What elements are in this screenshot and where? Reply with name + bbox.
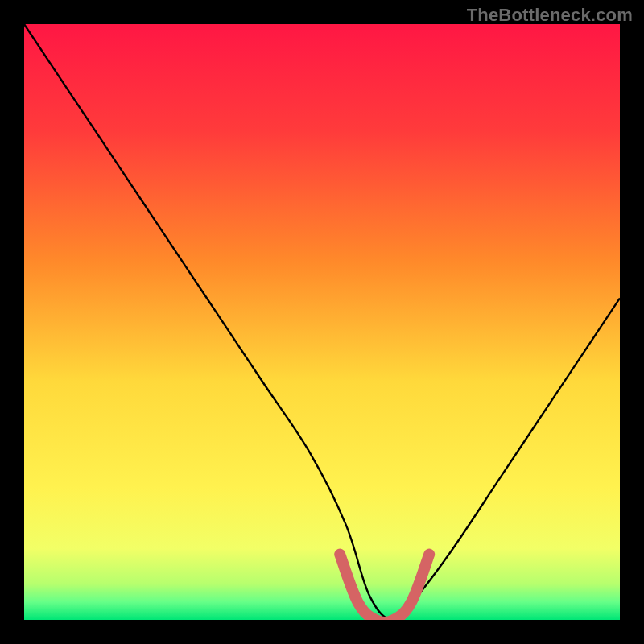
plot-svg (24, 24, 620, 620)
watermark-text: TheBottleneck.com (467, 5, 633, 26)
plot-area (24, 24, 620, 620)
chart-frame: TheBottleneck.com (0, 0, 644, 644)
gradient-background (24, 24, 620, 620)
